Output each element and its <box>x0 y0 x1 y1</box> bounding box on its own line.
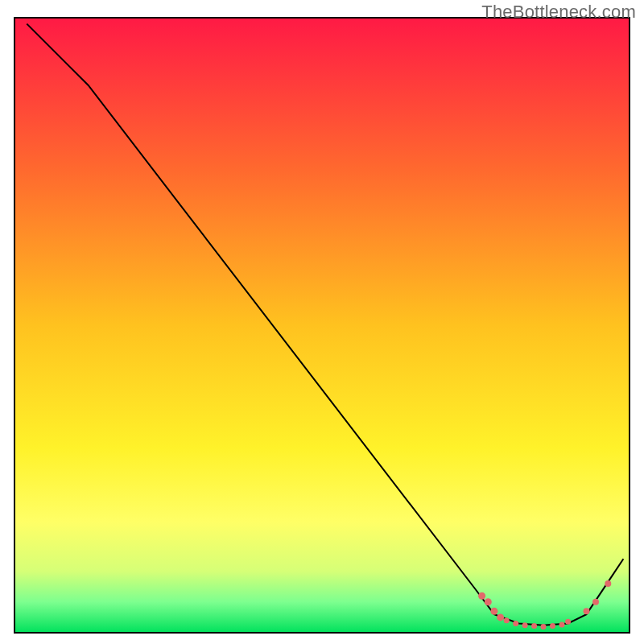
marker-dot <box>504 617 510 623</box>
marker-dot <box>513 621 518 626</box>
marker-dot <box>531 623 537 629</box>
marker-dot <box>541 624 547 630</box>
chart-frame: TheBottleneck.com <box>0 0 644 644</box>
marker-dot <box>605 580 611 587</box>
marker-dot <box>592 599 599 605</box>
marker-dot <box>478 592 485 600</box>
marker-dot <box>497 613 504 621</box>
marker-dot <box>565 619 571 625</box>
marker-dot <box>559 622 565 628</box>
bottleneck-chart <box>0 0 644 644</box>
marker-dot <box>584 608 590 614</box>
marker-dot <box>522 622 528 628</box>
marker-dot <box>550 623 555 629</box>
marker-dot <box>485 598 492 605</box>
watermark-text: TheBottleneck.com <box>481 2 636 23</box>
marker-dot <box>490 608 497 615</box>
